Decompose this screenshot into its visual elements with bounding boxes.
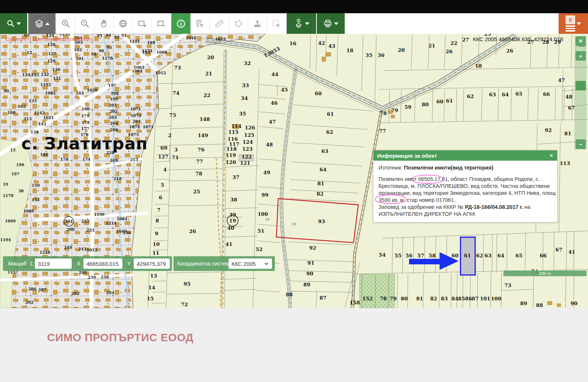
map-label: 199: [110, 97, 118, 101]
menu-button[interactable]: 0: [559, 13, 588, 34]
map-label: 26: [446, 49, 453, 54]
map-label: 15: [10, 148, 16, 152]
scale-input[interactable]: [35, 258, 72, 269]
select-button[interactable]: [267, 13, 286, 34]
map-label: 95: [184, 281, 191, 287]
pan-button[interactable]: [94, 13, 113, 34]
zoom-window-in-button[interactable]: [132, 13, 151, 34]
map-label: 101: [76, 56, 84, 61]
map-label: 132: [41, 72, 49, 76]
map-label: 156: [123, 231, 131, 235]
map-label: 84: [452, 296, 459, 301]
y-label: Y: [127, 260, 131, 267]
map-label: 286: [28, 287, 36, 291]
map-label: 243: [78, 247, 86, 251]
map-label: 72: [181, 301, 188, 307]
map-label: 76: [198, 147, 205, 153]
print-button[interactable]: [317, 13, 345, 34]
map-label: 1089: [23, 209, 34, 213]
map-label: 41: [569, 249, 576, 255]
zoom-out-control[interactable]: −: [576, 139, 586, 149]
map-label: 179: [81, 114, 89, 118]
popup-text-line: 3500 кв. м, стар номер 017061,: [379, 197, 552, 204]
draw-polygon-button[interactable]: [229, 13, 248, 34]
chevron-down-icon: [334, 22, 338, 25]
map-label: 90: [4, 89, 9, 93]
map-label: 1082: [45, 91, 55, 95]
popup-header[interactable]: Информация за обект ✕: [373, 150, 557, 161]
map-label: 1021: [43, 115, 54, 120]
zoom-slider-handle[interactable]: [576, 81, 586, 90]
map-label: 38: [230, 197, 237, 203]
map-label: 63: [489, 92, 496, 97]
map-label: 26: [189, 228, 196, 234]
map-label: 174: [82, 157, 90, 161]
magnifier-minus-icon: [80, 19, 90, 28]
identify-button[interactable]: [171, 13, 190, 34]
measure-area-button[interactable]: [190, 13, 209, 34]
map-label: 126: [47, 42, 55, 47]
map-label: 22: [451, 40, 458, 46]
map-label: 91: [121, 34, 127, 38]
crs-select[interactable]: ККС 2005: [229, 258, 272, 269]
map-label: 260: [67, 227, 75, 232]
info-icon: [176, 19, 186, 29]
map-label: 39: [229, 212, 236, 218]
orchard-area: [359, 274, 395, 308]
legend-button[interactable]: [287, 13, 316, 34]
map-label: 89: [520, 300, 527, 306]
crs-selected-value: ККС 2005: [232, 261, 256, 267]
zoom-out-button[interactable]: [75, 13, 94, 34]
map-label: 51: [258, 228, 265, 234]
map-label: 118: [226, 146, 237, 152]
map-label: 1192: [40, 82, 51, 87]
map-label: 114: [231, 123, 241, 129]
globe-button[interactable]: [113, 13, 132, 34]
map-label: 125: [244, 132, 254, 138]
map-label: 127: [158, 154, 168, 160]
map-label: 62: [326, 129, 333, 135]
map-label: 100: [7, 110, 15, 115]
map-label: 60: [315, 90, 322, 96]
statusbar-crs: Координатна система ККС 2005: [173, 256, 275, 271]
map-label: 8: [155, 218, 159, 224]
map-label: 213: [24, 117, 32, 121]
map-label: 302: [25, 300, 33, 304]
map-label: 78: [380, 296, 387, 301]
map-label: 148: [200, 116, 210, 122]
map-label: 1170: [3, 193, 13, 198]
close-coords-button[interactable]: ✕: [576, 36, 586, 46]
search-button[interactable]: [0, 13, 27, 34]
map-label: 294: [106, 290, 114, 295]
map-label: 19: [292, 222, 296, 226]
map-label: 204: [110, 121, 118, 125]
upload-button[interactable]: [248, 13, 267, 34]
map-label: 239: [88, 275, 96, 279]
map-label: 71: [172, 154, 179, 160]
x-coordinate-input[interactable]: [83, 258, 122, 269]
map-label: 123: [242, 146, 252, 152]
map-label: 4: [163, 167, 166, 172]
map-label: 134: [22, 72, 30, 77]
zoom-in-control[interactable]: +: [576, 51, 586, 61]
map-label: 501: [65, 219, 73, 224]
magnifier-icon: [6, 19, 15, 28]
map-label: 19: [265, 218, 269, 221]
zoom-window-out-button[interactable]: [151, 13, 171, 34]
rectangle-minus-icon: [157, 19, 166, 28]
popup-title: Информация за обект: [377, 153, 437, 159]
y-coordinate-input[interactable]: [134, 258, 170, 269]
close-icon[interactable]: ✕: [549, 153, 553, 158]
map-label: 61: [327, 111, 334, 117]
map-label: 6: [159, 194, 162, 200]
layers-button[interactable]: [28, 13, 55, 34]
zoom-in-button[interactable]: [56, 13, 75, 34]
measure-distance-button[interactable]: [209, 13, 229, 34]
map-label: Copyright © OpenStreetMap contributors.: [6, 36, 94, 42]
map-label: 122: [241, 154, 252, 160]
map-label: 1064: [132, 69, 142, 73]
map-label: 43: [329, 43, 336, 49]
ruler-icon: [214, 19, 224, 29]
map-label: 92: [309, 245, 316, 251]
map-label: 292: [71, 291, 79, 296]
